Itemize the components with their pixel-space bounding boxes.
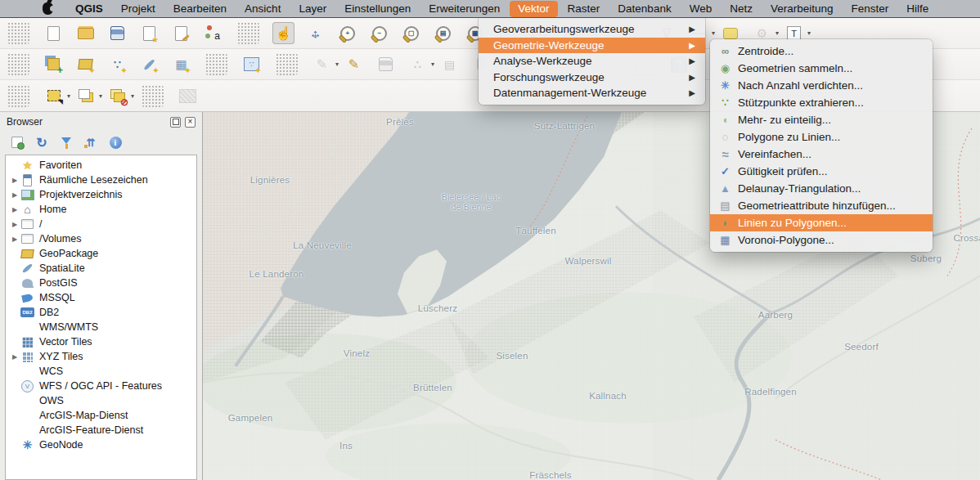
- toolbar-handle[interactable]: [7, 22, 29, 44]
- toolbar-handle[interactable]: [7, 53, 29, 75]
- menu-bearbeiten[interactable]: Bearbeiten: [165, 1, 235, 17]
- menu-hilfe[interactable]: Hilfe: [898, 1, 937, 17]
- pan-map-button[interactable]: [272, 22, 294, 44]
- submenu-item-delaunay-triangulation[interactable]: Delaunay-Triangulation...: [710, 180, 933, 197]
- new-project-button[interactable]: [43, 22, 65, 44]
- toggle-editing-button[interactable]: [343, 53, 365, 75]
- data-source-manager-button[interactable]: [43, 53, 65, 75]
- modify-attributes-button[interactable]: [438, 53, 461, 75]
- new-mesh-layer-button[interactable]: [170, 53, 192, 75]
- browser-item-geopackage[interactable]: GeoPackage: [6, 246, 196, 261]
- menu-raster[interactable]: Raster: [560, 1, 609, 17]
- browser-item-wfs[interactable]: WFS / OGC API - Features: [6, 379, 196, 393]
- dropdown-arrow-icon[interactable]: [429, 61, 437, 68]
- deselect-features-button[interactable]: [106, 85, 128, 107]
- toolbar-handle[interactable]: [7, 85, 29, 107]
- toolbar-handle[interactable]: [276, 53, 298, 75]
- save-project-button[interactable]: [106, 22, 128, 44]
- menu-item-datenmanagement-werkzeuge[interactable]: Datenmanagement-Werkzeuge: [479, 85, 705, 101]
- submenu-item-gueltigkeit-pruefen[interactable]: Gültigkeit prüfen...: [710, 163, 933, 180]
- browser-item-arcgis-map-dienst[interactable]: ArcGIS-Map-Dienst: [6, 408, 196, 423]
- apple-icon[interactable]: [43, 2, 53, 15]
- dropdown-arrow-icon[interactable]: [65, 92, 73, 100]
- browser-item-spatialite[interactable]: SpatiaLite: [6, 261, 196, 276]
- dropdown-arrow-icon[interactable]: [709, 29, 717, 37]
- browser-item-xyz-tiles[interactable]: XYZ Tiles: [6, 349, 196, 364]
- zoom-out-button[interactable]: [368, 22, 390, 44]
- zoom-in-button[interactable]: [336, 22, 358, 44]
- vertex-tool-button[interactable]: [407, 53, 429, 75]
- menu-item-forschungswerkzeuge[interactable]: Forschungswerkzeuge: [479, 70, 705, 86]
- menu-layer[interactable]: Layer: [290, 1, 335, 17]
- panel-close-icon[interactable]: ×: [185, 117, 196, 128]
- style-manager-button[interactable]: [202, 22, 224, 44]
- expand-arrow-icon[interactable]: [9, 206, 20, 213]
- dropdown-arrow-icon[interactable]: [97, 92, 105, 100]
- browser-item-vector-tiles[interactable]: Vector Tiles: [6, 334, 196, 349]
- menu-vektor[interactable]: Vektor: [510, 1, 557, 17]
- expand-arrow-icon[interactable]: [9, 353, 20, 361]
- submenu-item-stuetzpunkte-extrahieren[interactable]: Stützpunkte extrahieren...: [710, 94, 933, 111]
- menu-projekt[interactable]: Projekt: [113, 1, 164, 17]
- menu-einstellungen[interactable]: Einstellungen: [336, 1, 419, 17]
- browser-item-projektverzeichnis[interactable]: Projektverzeichnis: [6, 187, 196, 202]
- new-virtual-layer-button[interactable]: [241, 53, 263, 75]
- menu-erweiterungen[interactable]: Erweiterungen: [420, 1, 508, 17]
- toolbar-handle[interactable]: [142, 85, 164, 107]
- zoom-full-extent-button[interactable]: [400, 22, 422, 44]
- menu-netz[interactable]: Netz: [722, 1, 761, 17]
- browser-item-home[interactable]: Home: [6, 202, 196, 217]
- menu-item-geoverarbeitungswerkzeuge[interactable]: Geoverarbeitungswerkzeuge: [479, 21, 705, 38]
- menu-ansicht[interactable]: Ansicht: [236, 1, 289, 17]
- properties-button[interactable]: [108, 135, 123, 150]
- menu-item-analyse-werkzeuge[interactable]: Analyse-Werkzeuge: [479, 53, 705, 70]
- dropdown-arrow-icon[interactable]: [805, 29, 813, 37]
- map-theme-button[interactable]: [177, 85, 199, 107]
- browser-item-root[interactable]: /: [6, 217, 196, 231]
- browser-item-wms-wmts[interactable]: WMS/WMTS: [6, 320, 196, 334]
- zoom-to-layer-button[interactable]: [432, 22, 454, 44]
- menu-datenbank[interactable]: Datenbank: [609, 1, 679, 17]
- browser-item-postgis[interactable]: PostGIS: [6, 276, 196, 290]
- current-edits-button[interactable]: [311, 53, 333, 75]
- toolbar-handle[interactable]: [237, 22, 259, 44]
- browser-item-volumes[interactable]: /Volumes: [6, 231, 196, 246]
- submenu-item-voronoi-polygone[interactable]: Voronoi-Polygone...: [710, 231, 933, 249]
- dropdown-arrow-icon[interactable]: [333, 61, 341, 68]
- browser-item-favoriten[interactable]: Favoriten: [6, 158, 196, 173]
- submenu-item-mehr-zu-einteilig[interactable]: Mehr- zu einteilig...: [710, 111, 933, 128]
- new-spatialite-button[interactable]: [138, 53, 160, 75]
- browser-item-wcs[interactable]: WCS: [6, 364, 196, 379]
- submenu-item-geometrieattribute-hinzufuegen[interactable]: Geometrieattribute hinzufügen...: [710, 197, 933, 214]
- submenu-item-linien-zu-polygonen[interactable]: Linien zu Polygonen...: [710, 214, 933, 231]
- panel-float-icon[interactable]: [170, 117, 181, 128]
- menu-qgis[interactable]: QGIS: [67, 1, 111, 17]
- menu-fenster[interactable]: Fenster: [843, 1, 897, 17]
- dropdown-arrow-icon[interactable]: [773, 29, 781, 37]
- expand-arrow-icon[interactable]: [9, 236, 20, 243]
- browser-item-mssql[interactable]: MSSQL: [6, 290, 196, 305]
- select-features-button[interactable]: [43, 85, 65, 107]
- new-shapefile-button[interactable]: [106, 53, 128, 75]
- expand-arrow-icon[interactable]: [9, 191, 20, 199]
- open-project-button[interactable]: [74, 22, 97, 44]
- new-print-layout-button[interactable]: [138, 22, 160, 44]
- layout-manager-button[interactable]: [170, 22, 192, 44]
- pan-to-selection-button[interactable]: [304, 22, 326, 44]
- refresh-browser-button[interactable]: [34, 135, 49, 150]
- menu-verarbeitung[interactable]: Verarbeitung: [762, 1, 842, 17]
- add-selected-layers-button[interactable]: [10, 135, 25, 150]
- submenu-item-zentroide[interactable]: Zentroide...: [710, 43, 933, 60]
- submenu-item-geometrien-sammeln[interactable]: Geometrien sammeln...: [710, 60, 933, 77]
- dropdown-arrow-icon[interactable]: [128, 92, 137, 100]
- browser-item-arcgis-feature-dienst[interactable]: ArcGIS-Feature-Dienst: [6, 423, 196, 437]
- menu-item-geometrie-werkzeuge[interactable]: Geometrie-Werkzeuge: [479, 38, 705, 54]
- submenu-item-vereinfachen[interactable]: Vereinfachen...: [710, 146, 933, 163]
- new-geopackage-button[interactable]: [74, 53, 97, 75]
- browser-item-ows[interactable]: OWS: [6, 393, 196, 408]
- save-layer-edits-button[interactable]: [375, 53, 397, 75]
- expand-arrow-icon[interactable]: [9, 177, 20, 184]
- select-features-by-value-button[interactable]: [74, 85, 97, 107]
- menu-web[interactable]: Web: [681, 1, 721, 17]
- browser-item-raeumliche-lesezeichen[interactable]: Räumliche Lesezeichen: [6, 173, 196, 187]
